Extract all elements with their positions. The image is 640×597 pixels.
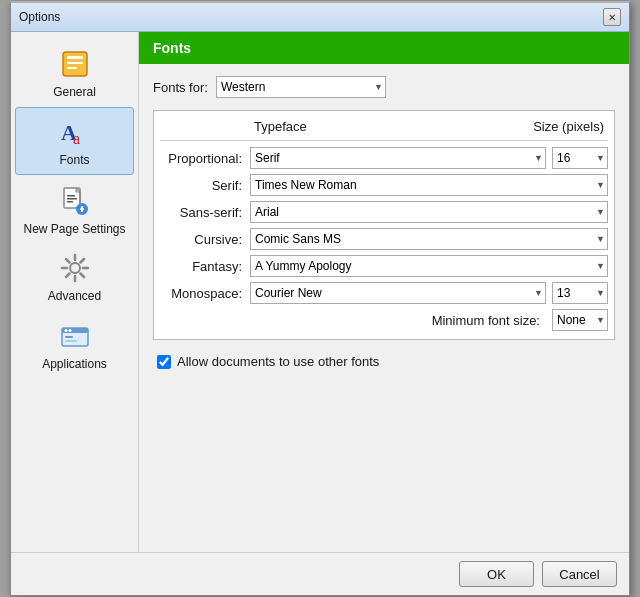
ok-button[interactable]: OK bbox=[459, 561, 534, 587]
monospace-size-select[interactable]: 13 12 14 16 bbox=[552, 282, 608, 304]
svg-rect-28 bbox=[65, 340, 77, 342]
sidebar-item-general-label: General bbox=[53, 85, 96, 99]
font-row-sans-serif: Sans-serif: Arial Helvetica Verdana bbox=[160, 201, 608, 223]
svg-rect-1 bbox=[67, 56, 83, 59]
section-body: Fonts for: Western Central European Balt… bbox=[139, 64, 629, 552]
options-dialog: Options ✕ General bbox=[10, 1, 630, 596]
fonts-for-select[interactable]: Western Central European Baltic Cyrillic… bbox=[216, 76, 386, 98]
min-font-size-select[interactable]: None 9 10 11 12 bbox=[552, 309, 608, 331]
col-size-header: Size (pixels) bbox=[514, 119, 604, 134]
allow-fonts-row: Allow documents to use other fonts bbox=[153, 354, 615, 369]
svg-point-14 bbox=[70, 263, 80, 273]
fonts-for-label: Fonts for: bbox=[153, 80, 208, 95]
fonts-table: Typeface Size (pixels) Proportional: Ser… bbox=[153, 110, 615, 340]
advanced-icon bbox=[57, 250, 93, 286]
font-row-proportional: Proportional: Serif Sans Serif Monospace… bbox=[160, 147, 608, 169]
proportional-select[interactable]: Serif Sans Serif Monospace bbox=[250, 147, 546, 169]
svg-rect-27 bbox=[65, 336, 73, 338]
sidebar: General A a Fonts bbox=[11, 32, 139, 552]
font-row-serif: Serif: Times New Roman Georgia Palatino bbox=[160, 174, 608, 196]
svg-rect-9 bbox=[67, 198, 77, 200]
svg-rect-13 bbox=[81, 206, 83, 212]
dialog-footer: OK Cancel bbox=[11, 552, 629, 595]
sidebar-item-fonts[interactable]: A a Fonts bbox=[15, 107, 134, 174]
sans-serif-select[interactable]: Arial Helvetica Verdana bbox=[250, 201, 608, 223]
min-font-row: Minimum font size: None 9 10 11 12 bbox=[160, 309, 608, 331]
fantasy-select-wrapper: A Yummy Apology Impact bbox=[250, 255, 608, 277]
title-bar: Options ✕ bbox=[11, 3, 629, 32]
section-header: Fonts bbox=[139, 32, 629, 64]
newpage-icon bbox=[57, 183, 93, 219]
svg-rect-10 bbox=[67, 201, 73, 203]
serif-select-wrapper: Times New Roman Georgia Palatino bbox=[250, 174, 608, 196]
close-button[interactable]: ✕ bbox=[603, 8, 621, 26]
cursive-select-wrapper: Comic Sans MS Brush Script MT bbox=[250, 228, 608, 250]
monospace-select[interactable]: Courier New Consolas Monospace bbox=[250, 282, 546, 304]
min-font-label: Minimum font size: bbox=[432, 313, 540, 328]
fonts-for-row: Fonts for: Western Central European Balt… bbox=[153, 76, 615, 98]
apps-icon bbox=[57, 318, 93, 354]
allow-fonts-checkbox[interactable] bbox=[157, 355, 171, 369]
svg-line-20 bbox=[80, 274, 84, 278]
fonts-icon: A a bbox=[57, 114, 93, 150]
min-font-size-wrapper: None 9 10 11 12 bbox=[552, 309, 608, 331]
svg-line-21 bbox=[80, 259, 84, 263]
font-row-fantasy: Fantasy: A Yummy Apology Impact bbox=[160, 255, 608, 277]
font-row-cursive: Cursive: Comic Sans MS Brush Script MT bbox=[160, 228, 608, 250]
sidebar-item-newpage-label: New Page Settings bbox=[23, 222, 125, 236]
allow-fonts-label: Allow documents to use other fonts bbox=[177, 354, 379, 369]
proportional-select-wrapper: Serif Sans Serif Monospace bbox=[250, 147, 546, 169]
serif-select[interactable]: Times New Roman Georgia Palatino bbox=[250, 174, 608, 196]
main-content: Fonts Fonts for: Western Central Europea… bbox=[139, 32, 629, 552]
fantasy-select[interactable]: A Yummy Apology Impact bbox=[250, 255, 608, 277]
font-label-proportional: Proportional: bbox=[160, 151, 250, 166]
sidebar-item-applications-label: Applications bbox=[42, 357, 107, 371]
svg-rect-3 bbox=[67, 67, 77, 69]
fonts-table-header: Typeface Size (pixels) bbox=[160, 119, 608, 141]
proportional-size-wrapper: 16 12 14 18 20 bbox=[552, 147, 608, 169]
svg-line-19 bbox=[66, 259, 70, 263]
svg-point-25 bbox=[64, 329, 67, 332]
monospace-size-wrapper: 13 12 14 16 bbox=[552, 282, 608, 304]
font-label-fantasy: Fantasy: bbox=[160, 259, 250, 274]
font-label-cursive: Cursive: bbox=[160, 232, 250, 247]
monospace-select-wrapper: Courier New Consolas Monospace bbox=[250, 282, 546, 304]
sidebar-item-advanced-label: Advanced bbox=[48, 289, 101, 303]
sidebar-item-applications[interactable]: Applications bbox=[15, 312, 134, 377]
section-title: Fonts bbox=[153, 40, 191, 56]
font-label-serif: Serif: bbox=[160, 178, 250, 193]
svg-text:a: a bbox=[73, 130, 80, 147]
svg-rect-8 bbox=[67, 195, 75, 197]
sidebar-item-general[interactable]: General bbox=[15, 40, 134, 105]
fonts-for-select-wrapper: Western Central European Baltic Cyrillic… bbox=[216, 76, 386, 98]
col-typeface-header: Typeface bbox=[164, 119, 514, 134]
sidebar-item-newpage[interactable]: New Page Settings bbox=[15, 177, 134, 242]
cancel-button[interactable]: Cancel bbox=[542, 561, 617, 587]
font-row-monospace: Monospace: Courier New Consolas Monospac… bbox=[160, 282, 608, 304]
font-label-sans-serif: Sans-serif: bbox=[160, 205, 250, 220]
sans-serif-select-wrapper: Arial Helvetica Verdana bbox=[250, 201, 608, 223]
svg-line-22 bbox=[66, 274, 70, 278]
general-icon bbox=[57, 46, 93, 82]
dialog-title: Options bbox=[19, 10, 60, 24]
svg-rect-2 bbox=[67, 62, 83, 64]
font-label-monospace: Monospace: bbox=[160, 286, 250, 301]
dialog-body: General A a Fonts bbox=[11, 32, 629, 552]
sidebar-item-fonts-label: Fonts bbox=[59, 153, 89, 167]
proportional-size-select[interactable]: 16 12 14 18 20 bbox=[552, 147, 608, 169]
svg-point-26 bbox=[68, 329, 71, 332]
sidebar-item-advanced[interactable]: Advanced bbox=[15, 244, 134, 309]
cursive-select[interactable]: Comic Sans MS Brush Script MT bbox=[250, 228, 608, 250]
